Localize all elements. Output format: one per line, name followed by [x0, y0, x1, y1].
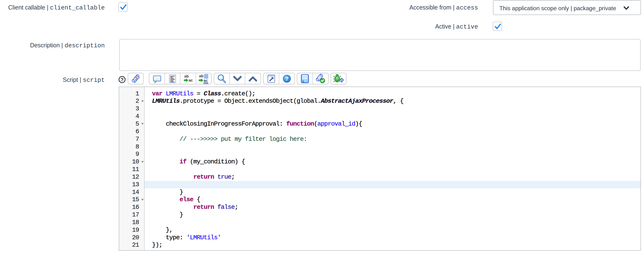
svg-text:?: ? [121, 77, 124, 82]
svg-text:ab: ab [184, 74, 189, 78]
svg-text:ab: ab [199, 74, 204, 78]
svg-text:?: ? [285, 76, 288, 82]
svg-text:ac: ac [188, 78, 193, 82]
svg-text:ac: ac [204, 78, 208, 82]
